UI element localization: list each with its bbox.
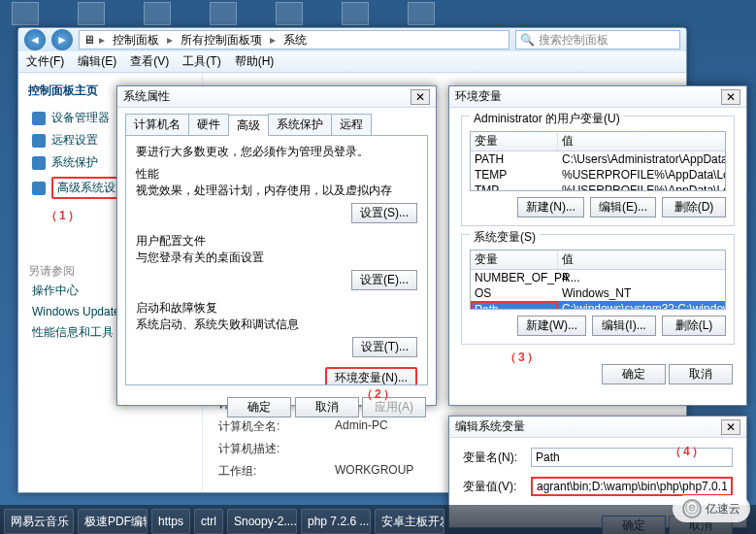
menu-edit[interactable]: 编辑(E) <box>78 53 116 70</box>
desktop-icon[interactable] <box>342 2 369 25</box>
cell[interactable]: %USERPROFILE%\AppData\Local\Temp <box>558 183 725 191</box>
taskbar-item[interactable]: 网易云音乐 <box>4 509 74 534</box>
edit-sys-var-button[interactable]: 编辑(I)... <box>592 316 656 336</box>
cell[interactable]: 4 <box>558 270 725 285</box>
cell[interactable]: PATH <box>471 151 558 167</box>
perf-settings-button[interactable]: 设置(S)... <box>351 203 417 223</box>
shield-icon <box>32 112 46 125</box>
tab-computer-name[interactable]: 计算机名 <box>125 114 189 135</box>
menu-tools[interactable]: 工具(T) <box>182 53 220 70</box>
delete-sys-var-button[interactable]: 删除(L) <box>662 316 726 336</box>
env-variables-dialog: 环境变量 ✕ Administrator 的用户变量(U) 变量值 PATHC:… <box>448 85 747 406</box>
startup-title: 启动和故障恢复 <box>136 300 417 317</box>
cancel-button[interactable]: 取消 <box>669 364 733 384</box>
search-placeholder: 搜索控制面板 <box>539 32 608 49</box>
cell[interactable]: TMP <box>471 183 558 191</box>
breadcrumb-item[interactable]: 所有控制面板项 <box>177 32 266 49</box>
search-input[interactable]: 🔍 搜索控制面板 <box>515 30 680 50</box>
cell[interactable]: C:\Users\Administrator\AppData\... <box>558 151 725 167</box>
search-icon: 🔍 <box>520 33 535 47</box>
col-var: 变量 <box>471 250 558 269</box>
label-description: 计算机描述: <box>218 441 306 457</box>
col-val: 值 <box>558 132 725 150</box>
close-button[interactable]: ✕ <box>411 89 430 105</box>
dialog-titlebar: 环境变量 ✕ <box>449 86 746 108</box>
intro-text: 要进行大多数更改，您必须作为管理员登录。 <box>136 144 417 160</box>
col-val: 值 <box>558 250 725 269</box>
user-vars-table[interactable]: 变量值 PATHC:\Users\Administrator\AppData\.… <box>470 131 726 191</box>
annotation-2: （2） <box>361 386 397 403</box>
perf-desc: 视觉效果，处理器计划，内存使用，以及虚拟内存 <box>136 183 417 199</box>
taskbar-item[interactable]: php 7.2.6 ... <box>301 509 371 534</box>
cell[interactable]: Windows_NT <box>558 285 725 301</box>
tab-remote[interactable]: 远程 <box>331 114 372 135</box>
profile-title: 用户配置文件 <box>136 233 417 250</box>
taskbar: 网易云音乐 极速PDF编辑... https ctrl Snoopy-2....… <box>0 505 756 534</box>
dialog-titlebar: 编辑系统变量 ✕ <box>449 417 746 438</box>
delete-user-var-button[interactable]: 删除(D) <box>662 197 726 217</box>
col-var: 变量 <box>471 132 558 150</box>
sys-vars-title: 系统变量(S) <box>470 229 540 246</box>
taskbar-item[interactable]: 安卓主板开发包2018:05... <box>375 509 444 534</box>
cell[interactable]: TEMP <box>471 167 558 183</box>
cell[interactable]: %USERPROFILE%\AppData\Local\Temp <box>558 167 725 183</box>
profile-desc: 与您登录有关的桌面设置 <box>136 250 417 266</box>
user-vars-title: Administrator 的用户变量(U) <box>470 111 624 127</box>
startup-desc: 系统启动、系统失败和调试信息 <box>136 317 417 333</box>
breadcrumb-home-icon: 🖥 <box>83 33 95 47</box>
breadcrumb-item[interactable]: 控制面板 <box>109 32 163 49</box>
env-vars-button[interactable]: 环境变量(N)... <box>325 367 417 385</box>
menu-view[interactable]: 查看(V) <box>130 53 169 70</box>
new-user-var-button[interactable]: 新建(N)... <box>517 197 584 217</box>
system-properties-dialog: 系统属性 ✕ 计算机名 硬件 高级 系统保护 远程 要进行大多数更改，您必须作为… <box>116 85 437 406</box>
cell[interactable]: OS <box>471 285 558 301</box>
tabs: 计算机名 硬件 高级 系统保护 远程 <box>117 108 436 135</box>
forward-button[interactable]: ► <box>51 29 73 50</box>
close-button[interactable]: ✕ <box>721 419 740 435</box>
cell[interactable]: C:\windows\system32;C:\windows;... <box>558 301 725 310</box>
startup-settings-button[interactable]: 设置(T)... <box>352 337 417 357</box>
var-value-input[interactable] <box>531 477 733 496</box>
ok-button[interactable]: 确定 <box>227 397 291 417</box>
var-value-label: 变量值(V): <box>463 479 531 495</box>
tab-hardware[interactable]: 硬件 <box>188 114 229 135</box>
close-button[interactable]: ✕ <box>721 89 740 105</box>
breadcrumb[interactable]: 🖥 ▸ 控制面板 ▸ 所有控制面板项 ▸ 系统 <box>79 30 509 50</box>
taskbar-item[interactable]: Snoopy-2.... <box>227 509 297 534</box>
desktop-icon[interactable] <box>408 2 435 25</box>
new-sys-var-button[interactable]: 新建(W)... <box>517 316 586 336</box>
shield-icon <box>32 182 46 195</box>
taskbar-item[interactable]: 极速PDF编辑... <box>78 509 148 534</box>
taskbar-item[interactable]: https <box>151 509 190 534</box>
watermark-text: 亿速云 <box>706 501 740 517</box>
ok-button[interactable]: 确定 <box>602 364 666 384</box>
menu-file[interactable]: 文件(F) <box>26 53 64 70</box>
label-workgroup: 工作组: <box>218 463 306 480</box>
profile-settings-button[interactable]: 设置(E)... <box>351 270 417 290</box>
tab-advanced[interactable]: 高级 <box>228 115 269 136</box>
dialog-title: 系统属性 <box>123 88 170 105</box>
desktop-icon[interactable] <box>210 2 237 25</box>
back-button[interactable]: ◄ <box>24 29 46 50</box>
sys-vars-table[interactable]: 变量值 NUMBER_OF_PR...4 OSWindows_NT PathC:… <box>470 250 726 310</box>
watermark: ⓔ 亿速云 <box>673 495 750 522</box>
breadcrumb-item[interactable]: 系统 <box>279 32 311 49</box>
tab-protection[interactable]: 系统保护 <box>268 114 332 135</box>
shield-icon <box>32 134 46 148</box>
menu-help[interactable]: 帮助(H) <box>235 53 275 70</box>
dialog-title: 编辑系统变量 <box>455 418 525 435</box>
desktop-icon[interactable] <box>144 2 171 25</box>
var-name-label: 变量名(N): <box>463 450 531 466</box>
cell[interactable]: NUMBER_OF_PR... <box>471 270 558 285</box>
desktop-icon[interactable] <box>12 2 39 25</box>
cancel-button[interactable]: 取消 <box>295 397 359 417</box>
taskbar-item[interactable]: ctrl <box>194 509 223 534</box>
dialog-title: 环境变量 <box>455 88 502 105</box>
explorer-menubar: 文件(F) 编辑(E) 查看(V) 工具(T) 帮助(H) <box>18 51 686 73</box>
desktop-icon[interactable] <box>276 2 303 25</box>
cell-path[interactable]: Path <box>471 301 558 310</box>
edit-user-var-button[interactable]: 编辑(E)... <box>590 197 656 217</box>
annotation-3: （3） <box>505 350 541 366</box>
desktop-icon[interactable] <box>78 2 105 25</box>
annotation-4: （4） <box>670 444 706 460</box>
